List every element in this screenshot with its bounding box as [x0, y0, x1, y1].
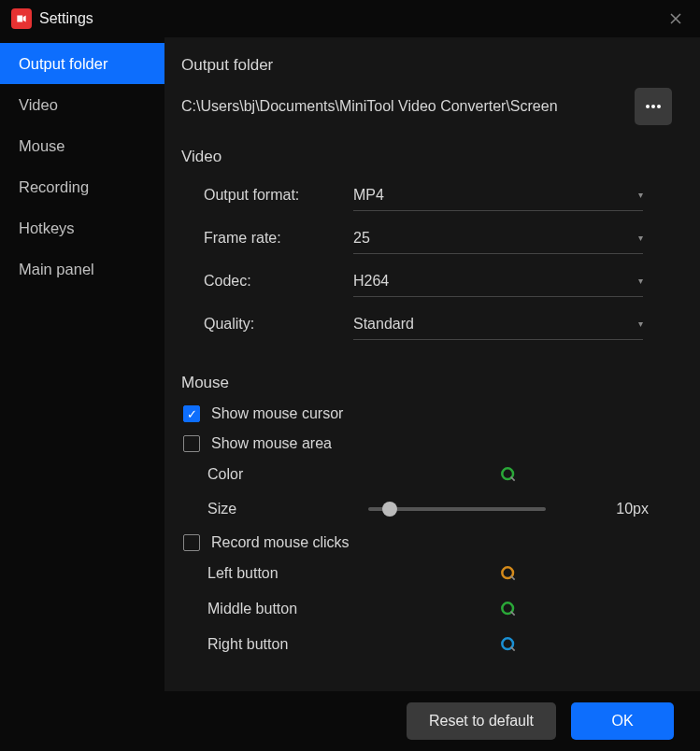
left-button-color-swatch[interactable] [499, 564, 518, 583]
sidebar-item-label: Output folder [19, 55, 107, 73]
field-output-format: Output format: MP4 ▾ [181, 179, 672, 211]
sidebar-item-main-panel[interactable]: Main panel [0, 248, 164, 290]
field-frame-rate: Frame rate: 25 ▾ [181, 222, 672, 254]
output-folder-row: C:\Users\bj\Documents\MiniTool Video Con… [181, 88, 672, 125]
chevron-down-icon: ▾ [638, 190, 643, 200]
mouse-area-color-label: Color [207, 466, 350, 483]
size-slider-value: 10px [602, 501, 649, 517]
middle-button-color-swatch[interactable] [499, 600, 518, 618]
middle-button-label: Middle button [207, 601, 350, 617]
content-pane: Output folder C:\Users\bj\Documents\Mini… [164, 37, 700, 691]
quality-value: Standard [353, 316, 414, 333]
section-title-mouse: Mouse [181, 374, 672, 392]
body: Output folder Video Mouse Recording Hotk… [0, 37, 700, 691]
quality-label: Quality: [204, 316, 353, 333]
sidebar-item-hotkeys[interactable]: Hotkeys [0, 207, 164, 248]
sidebar-item-recording[interactable]: Recording [0, 166, 164, 207]
show-mouse-cursor-label: Show mouse cursor [211, 405, 343, 422]
footer: Reset to default OK [0, 691, 700, 751]
codec-select[interactable]: H264 ▾ [353, 265, 643, 297]
svg-point-1 [651, 105, 655, 108]
right-button-label: Right button [207, 636, 350, 653]
codec-value: H264 [353, 273, 389, 290]
ok-button[interactable]: OK [571, 702, 674, 740]
sidebar-item-label: Video [19, 96, 58, 114]
mouse-area-color-row: Color [181, 465, 672, 484]
app-icon [11, 8, 32, 29]
title-bar-left: Settings [11, 8, 93, 29]
record-mouse-clicks-checkbox[interactable] [183, 534, 200, 551]
frame-rate-select[interactable]: 25 ▾ [353, 222, 643, 254]
show-mouse-area-checkbox[interactable] [183, 435, 200, 452]
scroll-area[interactable]: Output folder C:\Users\bj\Documents\Mini… [164, 37, 700, 691]
sidebar-item-label: Hotkeys [19, 220, 75, 237]
close-button[interactable] [663, 6, 689, 32]
quality-select[interactable]: Standard ▾ [353, 308, 643, 340]
size-slider-thumb[interactable] [382, 502, 397, 517]
record-mouse-clicks-row[interactable]: Record mouse clicks [181, 534, 672, 551]
output-format-value: MP4 [353, 187, 384, 204]
chevron-down-icon: ▾ [638, 319, 643, 329]
field-quality: Quality: Standard ▾ [181, 308, 672, 340]
output-format-select[interactable]: MP4 ▾ [353, 179, 643, 211]
record-mouse-clicks-label: Record mouse clicks [211, 534, 350, 551]
section-title-output-folder: Output folder [181, 56, 672, 75]
reset-to-default-button[interactable]: Reset to default [407, 702, 556, 740]
field-codec: Codec: H264 ▾ [181, 265, 672, 297]
sidebar-item-label: Main panel [19, 261, 94, 278]
mouse-area-size-label: Size [207, 501, 350, 517]
mouse-area-size-row: Size 10px [181, 501, 672, 517]
frame-rate-label: Frame rate: [204, 230, 353, 247]
show-mouse-cursor-row[interactable]: Show mouse cursor [181, 405, 672, 422]
codec-label: Codec: [204, 273, 353, 290]
sidebar-item-video[interactable]: Video [0, 84, 164, 125]
frame-rate-value: 25 [353, 230, 370, 247]
chevron-down-icon: ▾ [638, 233, 643, 243]
sidebar-item-label: Recording [19, 178, 89, 196]
output-format-label: Output format: [204, 187, 353, 204]
right-button-color-swatch[interactable] [499, 635, 518, 654]
size-slider-wrap: 10px [359, 501, 672, 517]
sidebar: Output folder Video Mouse Recording Hotk… [0, 37, 164, 691]
svg-point-0 [646, 105, 650, 108]
show-mouse-area-row[interactable]: Show mouse area [181, 435, 672, 452]
sidebar-item-mouse[interactable]: Mouse [0, 125, 164, 166]
chevron-down-icon: ▾ [638, 276, 643, 286]
title-bar: Settings [0, 0, 700, 37]
right-button-row: Right button [181, 635, 672, 654]
show-mouse-area-label: Show mouse area [211, 435, 332, 452]
sidebar-item-label: Mouse [19, 137, 65, 155]
svg-point-2 [657, 105, 661, 108]
window-title: Settings [39, 10, 93, 27]
middle-button-row: Middle button [181, 600, 672, 618]
left-button-label: Left button [207, 565, 350, 582]
sidebar-item-output-folder[interactable]: Output folder [0, 43, 164, 84]
browse-button[interactable] [635, 88, 672, 125]
section-title-video: Video [181, 148, 672, 166]
left-button-row: Left button [181, 564, 672, 583]
size-slider[interactable] [368, 507, 546, 511]
mouse-area-color-swatch[interactable] [499, 465, 518, 484]
output-folder-path: C:\Users\bj\Documents\MiniTool Video Con… [181, 98, 621, 115]
show-mouse-cursor-checkbox[interactable] [183, 405, 200, 422]
